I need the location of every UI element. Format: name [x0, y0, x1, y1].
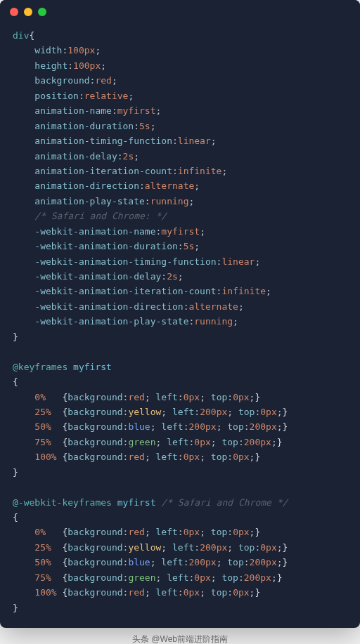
close-icon[interactable]	[10, 8, 18, 16]
footer-text: 头条 @Web前端进阶指南	[132, 634, 228, 644]
maximize-icon[interactable]	[38, 8, 46, 16]
window-titlebar	[0, 0, 360, 24]
code-window: div{ width:100px; height:100px; backgrou…	[0, 0, 360, 628]
code-block: div{ width:100px; height:100px; backgrou…	[0, 24, 360, 628]
page-footer: 头条 @Web前端进阶指南	[0, 628, 360, 644]
minimize-icon[interactable]	[24, 8, 32, 16]
